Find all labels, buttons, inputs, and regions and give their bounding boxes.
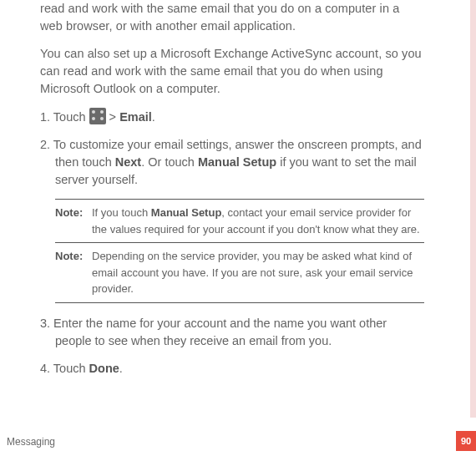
step-4: 4. Touch Done. bbox=[40, 360, 424, 377]
footer-section-label: Messaging bbox=[7, 436, 55, 448]
step-1-sep: > bbox=[106, 110, 120, 124]
apps-grid-icon bbox=[89, 108, 106, 124]
step-4-suffix: . bbox=[119, 362, 123, 375]
step-2-mid: . Or touch bbox=[141, 155, 198, 169]
note-2-label: Note: bbox=[55, 248, 92, 297]
step-2-bold-2: Manual Setup bbox=[198, 155, 276, 169]
step-1-suffix: . bbox=[152, 110, 155, 124]
step-2: 2. To customize your email settings, ans… bbox=[40, 136, 424, 189]
note-1-a: If you touch bbox=[92, 206, 151, 219]
note-2: Note: Depending on the service provider,… bbox=[55, 243, 424, 303]
step-3: 3. Enter the name for your account and t… bbox=[40, 315, 424, 350]
note-1-text: If you touch Manual Setup, contact your … bbox=[92, 205, 424, 237]
intro-paragraph-1: read and work with the same email that y… bbox=[40, 0, 424, 35]
step-4-bold: Done bbox=[89, 362, 119, 375]
step-1: 1. Touch > Email. bbox=[40, 108, 424, 126]
page-number-tab: 90 bbox=[456, 431, 476, 451]
step-4-prefix: 4. Touch bbox=[40, 362, 89, 375]
step-1-bold: Email bbox=[119, 110, 152, 124]
step-2-bold-1: Next bbox=[115, 155, 141, 169]
note-1-label: Note: bbox=[55, 205, 92, 237]
page-content: read and work with the same email that y… bbox=[0, 0, 451, 377]
intro-paragraph-2: You can also set up a Microsoft Exchange… bbox=[40, 45, 424, 98]
note-2-text: Depending on the service provider, you m… bbox=[92, 248, 424, 297]
side-stripe bbox=[470, 0, 476, 418]
step-1-prefix: 1. Touch bbox=[40, 110, 89, 124]
note-1: Note: If you touch Manual Setup, contact… bbox=[55, 199, 424, 243]
note-1-b: Manual Setup bbox=[151, 206, 222, 219]
